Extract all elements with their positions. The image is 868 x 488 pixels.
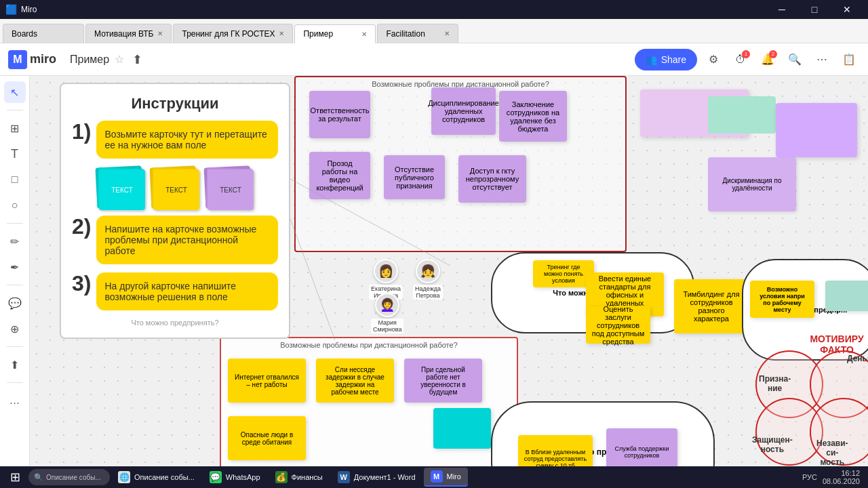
whatsapp-label: WhatsApp bbox=[226, 473, 260, 481]
tab-facilitation[interactable]: Facilitation ✕ bbox=[377, 24, 458, 43]
sticky-sample-cyan-front: ТЕКСТ bbox=[99, 169, 145, 210]
tab-motivacia-close[interactable]: ✕ bbox=[157, 30, 163, 37]
taskbar-time: 16:12 bbox=[841, 469, 860, 477]
start-button[interactable]: ⊞ bbox=[3, 468, 27, 487]
avatar-nadezhda: 👧 НадеждаПетрова bbox=[413, 259, 443, 300]
more-tools[interactable]: … bbox=[4, 390, 26, 411]
sticky-vblizhe[interactable]: В Вблизе удаленным сотруд предоставлять … bbox=[518, 435, 593, 466]
instruction-item-3: 3) На другой карточке напишите возможные… bbox=[72, 272, 278, 310]
sticky-sli[interactable]: Сли нессяде задержки в случае задержки н… bbox=[316, 359, 394, 403]
sticky-zaklyuchenie[interactable]: Заключение сотрудников на удаленке без б… bbox=[499, 91, 567, 142]
sticky-internet[interactable]: Интернет отвалился – нет работы bbox=[228, 359, 306, 403]
sticky-purple-topright[interactable] bbox=[776, 103, 857, 157]
sticky-tool[interactable]: □ bbox=[4, 169, 26, 190]
text-tool[interactable]: T bbox=[4, 143, 26, 165]
tab-facilitation-close[interactable]: ✕ bbox=[444, 30, 450, 37]
taskbar-right: РУС 16:12 08.06.2020 bbox=[802, 469, 865, 485]
sticky-teal-top[interactable] bbox=[708, 96, 776, 134]
instruction-text-2: Напишите на карточке возможные проблемы … bbox=[104, 224, 256, 256]
instruction-text-3: На другой карточке напишите возможные ре… bbox=[104, 281, 236, 302]
instructions-title: Инструкции bbox=[72, 95, 278, 113]
sticky-cloud-right-1[interactable]: Возможно условия напри по рабочему месту bbox=[750, 281, 814, 318]
sticky-publika[interactable]: Отсутствие публичного признания bbox=[384, 155, 445, 199]
sticky-opasnie[interactable]: Опасные люди в среде обитания bbox=[228, 416, 306, 460]
tab-boards[interactable]: Boards bbox=[3, 24, 84, 43]
taskbar-app-finances[interactable]: 💰 Финансы bbox=[269, 468, 330, 487]
avatar-mariya-name: МарияСмирнова bbox=[371, 319, 403, 333]
taskbar-date: 08.06.2020 bbox=[823, 477, 860, 485]
notes-button[interactable]: 📋 bbox=[838, 49, 860, 70]
sticky-cloud-right-2[interactable] bbox=[825, 281, 868, 311]
canvas[interactable]: Инструкции 1) Возьмите карточку тут и пе… bbox=[30, 76, 868, 466]
taskbar-app-chrome[interactable]: 🌐 Описание собы... bbox=[111, 468, 201, 487]
timer-badge: 1 bbox=[742, 50, 750, 58]
chrome-icon: 🌐 bbox=[118, 471, 130, 483]
tab-primer-close[interactable]: ✕ bbox=[361, 30, 367, 38]
sticky-dostup[interactable]: Доступ к гкту непрозрачному отсутствует bbox=[458, 155, 526, 203]
venn-label-prizna: Призна-ние bbox=[759, 374, 791, 393]
miro-taskbar-label: Miro bbox=[447, 472, 461, 481]
tab-motivacia[interactable]: Мотивация ВТБ ✕ bbox=[85, 24, 172, 43]
taskbar-language: РУС bbox=[802, 473, 817, 481]
sticky-otvetstvennost[interactable]: Ответственность за результат bbox=[309, 91, 370, 138]
search-button[interactable]: 🔍 bbox=[784, 49, 806, 70]
maximize-button[interactable]: □ bbox=[799, 0, 830, 19]
taskbar-search[interactable]: 🔍 Описание собы... bbox=[28, 469, 110, 485]
separator-2 bbox=[7, 223, 23, 224]
main-toolbar: M miro Пример ☆ ⬆ 👥 Share ⚙ ⏱ 1 🔔 2 🔍 ⋯ … bbox=[0, 43, 868, 76]
miro-logo: M miro bbox=[8, 50, 56, 69]
sticky-stack-cyan: ТЕКСТ bbox=[96, 167, 145, 210]
share-button[interactable]: 👥 Share bbox=[635, 49, 697, 70]
taskbar-app-whatsapp[interactable]: 💬 WhatsApp bbox=[203, 468, 267, 487]
instructions-panel: Инструкции 1) Возьмите карточку тут и пе… bbox=[60, 83, 290, 339]
instruction-hint: Что можно предпринять? bbox=[72, 319, 278, 327]
finances-label: Финансы bbox=[292, 473, 323, 481]
taskbar-datetime: 16:12 08.06.2020 bbox=[823, 469, 860, 485]
notifications-button[interactable]: 🔔 2 bbox=[757, 49, 778, 70]
minimize-button[interactable]: ─ bbox=[766, 0, 797, 19]
instruction-number-3: 3) bbox=[72, 272, 91, 294]
upload-tool[interactable]: ⬆ bbox=[4, 354, 26, 375]
timer-button[interactable]: ⏱ 1 bbox=[730, 49, 751, 70]
favorite-star[interactable]: ☆ bbox=[115, 53, 124, 66]
sticky-prozod[interactable]: Прозод работы на видео конференций bbox=[309, 152, 370, 199]
close-button[interactable]: ✕ bbox=[831, 0, 863, 19]
logo-icon: M bbox=[8, 50, 27, 69]
tab-motivacia-label: Мотивация ВТБ bbox=[94, 29, 153, 39]
separator-4 bbox=[7, 346, 23, 347]
logo-text: miro bbox=[30, 52, 56, 66]
board-title: Пример bbox=[70, 54, 109, 66]
comment-tool[interactable]: 💬 bbox=[4, 292, 26, 314]
board-tool[interactable]: ⊞ bbox=[4, 117, 26, 139]
sticky-otsenka[interactable]: Оценить заслуги сотрудников под доступны… bbox=[586, 306, 650, 344]
sticky-cyan[interactable] bbox=[433, 408, 491, 449]
sticky-stack-yellow: ТЕКСТ bbox=[151, 167, 199, 210]
word-label: Документ1 - Word bbox=[354, 473, 416, 481]
sticky-sluzhba[interactable]: Служба поддержки сотрудников bbox=[606, 428, 677, 466]
cursor-tool[interactable]: ↖ bbox=[4, 81, 26, 103]
sticky-distsiplinir[interactable]: Дисциплинирование удаленных сотрудников bbox=[431, 87, 496, 135]
taskbar: ⊞ 🔍 Описание собы... 🌐 Описание собы... … bbox=[0, 466, 868, 488]
main-area: ↖ ⊞ T □ ○ ✏ ✒ 💬 ⊕ ⬆ … Инструкции 1) Возь… bbox=[0, 76, 868, 466]
sticky-diskriminaciya[interactable]: Дискриминация по удалённости bbox=[708, 157, 796, 211]
more-button[interactable]: ⋯ bbox=[811, 49, 833, 70]
instruction-number-1: 1) bbox=[72, 121, 91, 142]
shape-tool[interactable]: ○ bbox=[4, 195, 26, 216]
tab-trening-close[interactable]: ✕ bbox=[279, 30, 284, 37]
sticky-trebovaniya[interactable]: Тренинг где можно понять условия bbox=[533, 260, 594, 287]
pencil-tool[interactable]: ✒ bbox=[4, 256, 26, 278]
search-label: Описание собы... bbox=[46, 474, 101, 481]
frame-tool[interactable]: ⊕ bbox=[4, 318, 26, 340]
tab-primer[interactable]: Пример ✕ bbox=[294, 24, 376, 43]
sticky-sdelnaya[interactable]: При сдельной работе нет уверенности в бу… bbox=[404, 359, 482, 403]
instruction-text-1: Возьмите карточку тут и перетащите ее на… bbox=[104, 129, 267, 150]
taskbar-app-word[interactable]: W Документ1 - Word bbox=[331, 468, 422, 487]
upload-button[interactable]: ⬆ bbox=[132, 52, 142, 67]
tab-trening[interactable]: Тренинг для ГК РОСТЕХ ✕ bbox=[173, 24, 293, 43]
taskbar-app-miro[interactable]: M Miro bbox=[424, 468, 468, 487]
venn-label-nezavisi: Незави-си-мость bbox=[816, 439, 848, 466]
center-problem-title: Возможные проблемы при дистанционной раб… bbox=[221, 338, 517, 352]
settings-button[interactable]: ⚙ bbox=[703, 49, 724, 70]
sticky-timbilding[interactable]: Тимбилдинг для сотрудников разного харак… bbox=[674, 279, 749, 333]
pen-tool[interactable]: ✏ bbox=[4, 230, 26, 252]
